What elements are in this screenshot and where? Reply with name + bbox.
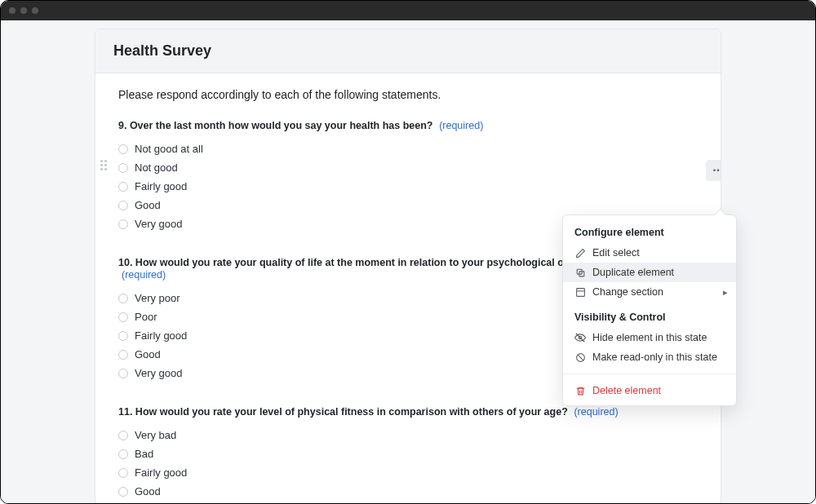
menu-divider xyxy=(563,374,736,374)
radio-icon[interactable] xyxy=(118,312,128,322)
option-label: Very good xyxy=(135,218,183,230)
option-label: Good xyxy=(135,199,161,211)
menu-item-duplicate[interactable]: Duplicate element xyxy=(563,263,736,282)
radio-icon[interactable] xyxy=(118,331,128,341)
options-list: Very badBadFairly goodGood xyxy=(118,426,698,501)
option-label: Not good xyxy=(135,161,178,174)
menu-section-title-visibility: Visibility & Control xyxy=(563,308,736,328)
radio-option[interactable]: Fairly good xyxy=(118,177,698,196)
radio-option[interactable]: Not good xyxy=(118,158,698,177)
app-window: Health Survey Please respond accordingly… xyxy=(0,0,816,504)
radio-option[interactable]: Bad xyxy=(118,444,698,463)
option-label: Very good xyxy=(135,367,183,379)
intro-text: Please respond accordingly to each of th… xyxy=(118,88,698,101)
menu-section-title-configure: Configure element xyxy=(563,223,736,243)
radio-icon[interactable] xyxy=(118,144,128,154)
option-label: Fairly good xyxy=(135,180,187,192)
question-block[interactable]: 11. How would you rate your level of phy… xyxy=(118,405,698,501)
option-label: Poor xyxy=(135,311,157,323)
radio-icon[interactable] xyxy=(118,182,128,192)
option-label: Fairly good xyxy=(135,466,187,479)
option-label: Bad xyxy=(135,448,153,460)
radio-option[interactable]: Good xyxy=(118,482,698,501)
required-tag: (required) xyxy=(439,120,483,131)
block-icon xyxy=(574,351,586,363)
duplicate-icon xyxy=(574,267,586,278)
chevron-right-icon: ▸ xyxy=(723,287,728,298)
radio-option[interactable]: Fairly good xyxy=(118,463,698,482)
option-label: Not good at all xyxy=(135,143,203,155)
question-label: 11. How would you rate your level of phy… xyxy=(118,406,568,418)
menu-item-edit[interactable]: Edit select xyxy=(563,243,736,263)
option-label: Fairly good xyxy=(135,329,187,342)
traffic-light-minimize[interactable] xyxy=(20,7,27,14)
traffic-light-zoom[interactable] xyxy=(32,7,38,14)
radio-icon[interactable] xyxy=(118,219,128,229)
menu-item-delete[interactable]: Delete element xyxy=(563,381,736,400)
more-options-button[interactable]: ··· xyxy=(706,160,721,181)
trash-icon xyxy=(574,385,586,396)
svg-line-7 xyxy=(577,354,583,360)
radio-icon[interactable] xyxy=(118,163,128,173)
option-label: Very bad xyxy=(135,429,176,441)
menu-item-label: Hide element in this state xyxy=(592,332,707,343)
menu-item-label: Make read-only in this state xyxy=(592,351,717,363)
menu-item-label: Edit select xyxy=(592,247,640,259)
radio-option[interactable]: Very bad xyxy=(118,426,698,444)
radio-option[interactable]: Not good at all xyxy=(118,139,698,158)
question-label: 9. Over the last month how would you say… xyxy=(118,120,433,131)
menu-item-readonly[interactable]: Make read-only in this state xyxy=(563,347,736,367)
question-label-wrap: 9. Over the last month how would you say… xyxy=(118,119,698,131)
menu-item-hide[interactable]: Hide element in this state xyxy=(563,328,736,347)
menu-item-label: Delete element xyxy=(592,385,661,396)
radio-option[interactable]: Good xyxy=(118,196,698,214)
radio-icon[interactable] xyxy=(118,487,128,497)
option-label: Very poor xyxy=(135,292,180,304)
survey-card-header: Health Survey xyxy=(95,29,721,73)
context-menu: Configure element Edit selectDuplicate e… xyxy=(562,214,737,406)
section-icon xyxy=(574,286,586,298)
window-title-bar xyxy=(1,1,815,20)
radio-icon[interactable] xyxy=(118,294,128,303)
required-tag: (required) xyxy=(122,269,166,281)
menu-item-change-section[interactable]: Change section▸ xyxy=(563,282,736,302)
radio-icon[interactable] xyxy=(118,449,128,459)
radio-icon[interactable] xyxy=(118,369,128,378)
traffic-light-close[interactable] xyxy=(9,7,16,14)
menu-item-label: Change section xyxy=(592,286,663,298)
page-title: Health Survey xyxy=(113,42,703,60)
radio-icon[interactable] xyxy=(118,468,128,478)
question-label-wrap: 11. How would you rate your level of phy… xyxy=(118,405,698,418)
radio-icon[interactable] xyxy=(118,350,128,360)
radio-icon[interactable] xyxy=(118,431,128,440)
pencil-icon xyxy=(574,247,586,259)
option-label: Good xyxy=(135,485,161,497)
option-label: Good xyxy=(135,348,161,360)
required-tag: (required) xyxy=(574,406,618,418)
drag-handle-icon[interactable] xyxy=(100,160,110,170)
menu-item-label: Duplicate element xyxy=(592,267,674,278)
stage: Health Survey Please respond accordingly… xyxy=(1,20,815,504)
eye-off-icon xyxy=(574,332,586,343)
radio-icon[interactable] xyxy=(118,201,128,210)
svg-rect-2 xyxy=(576,288,584,296)
